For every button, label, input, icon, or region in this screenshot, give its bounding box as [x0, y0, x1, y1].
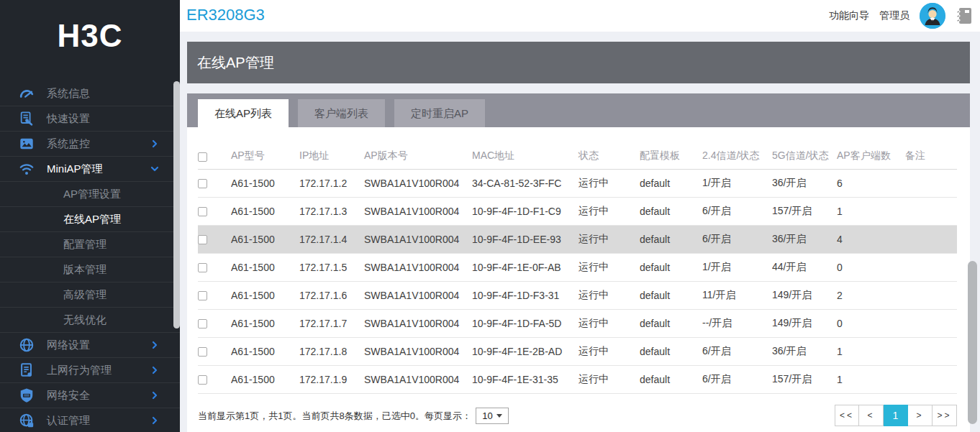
cell-model: A61-1500	[231, 281, 299, 309]
page-size-select[interactable]: 10	[476, 408, 509, 424]
h3c-logo: H3C	[0, 0, 180, 72]
sidebar-scrollbar[interactable]	[173, 81, 180, 328]
wizard-link[interactable]: 功能向导	[829, 9, 869, 22]
table-row[interactable]: A61-1500172.17.1.6SWBA1A1V100R00410-9F-4…	[198, 281, 957, 309]
sidebar-item-network-settings[interactable]: 网络设置	[0, 333, 180, 358]
table-row[interactable]: A61-1500172.17.1.3SWBA1A1V100R00410-9F-4…	[198, 197, 957, 225]
cell-ch5: 36/开启	[772, 169, 837, 197]
cell-ch5: 157/开启	[772, 197, 837, 225]
column-header: AP版本号	[364, 143, 472, 169]
row-checkbox[interactable]	[198, 263, 207, 272]
tab-client-list[interactable]: 客户端列表	[298, 99, 385, 127]
cell-note	[905, 281, 957, 309]
cell-note	[905, 197, 957, 225]
last-page-button[interactable]: >>	[933, 405, 957, 426]
column-header: 状态	[579, 143, 640, 169]
prev-page-button[interactable]: <	[859, 405, 884, 426]
cell-version: SWBA1A1V100R004	[364, 169, 472, 197]
cell-template: default	[640, 197, 702, 225]
sidebar-item-online-ap-management[interactable]: 在线AP管理	[0, 207, 180, 232]
row-checkbox-cell	[198, 197, 231, 225]
cell-version: SWBA1A1V100R004	[364, 309, 472, 337]
chevron-down-icon	[150, 164, 160, 174]
topbar-right: 功能向导 管理员	[829, 0, 973, 32]
table-row[interactable]: A61-1500172.17.1.9SWBA1A1V100R00410-9F-4…	[198, 365, 957, 393]
cell-clients: 4	[837, 225, 905, 253]
row-checkbox[interactable]	[198, 347, 207, 357]
quick-setup-icon	[19, 111, 35, 127]
table-row[interactable]: A61-1500172.17.1.4SWBA1A1V100R00410-9F-4…	[198, 225, 957, 253]
admin-link[interactable]: 管理员	[879, 9, 909, 22]
cell-version: SWBA1A1V100R004	[364, 281, 472, 309]
next-page-button[interactable]: >	[908, 405, 933, 426]
page-summary: 当前显示第1页，共1页。当前页共8条数据，已选中0。每页显示： 10	[198, 408, 509, 424]
ap-table: AP型号IP地址AP版本号MAC地址状态配置模板2.4信道/状态5G信道/状态A…	[198, 143, 957, 394]
sidebar-item-label: 版本管理	[63, 263, 106, 277]
cell-ch24: 6/开启	[702, 337, 772, 365]
sidebar-item-label: 无线优化	[63, 313, 106, 327]
cell-version: SWBA1A1V100R004	[364, 197, 472, 225]
sidebar-item-quick-setup[interactable]: 快速设置	[0, 106, 180, 132]
cell-status: 运行中	[579, 253, 640, 281]
main-scrollbar[interactable]	[968, 261, 977, 424]
cell-note	[905, 253, 957, 281]
row-checkbox[interactable]	[198, 179, 207, 188]
sidebar-item-config-management[interactable]: 配置管理	[0, 232, 180, 257]
sidebar-item-version-management[interactable]: 版本管理	[0, 257, 180, 282]
cell-version: SWBA1A1V100R004	[364, 337, 472, 365]
sidebar-item-network-security[interactable]: 网络安全	[0, 383, 180, 408]
sidebar-item-auth-management[interactable]: 认证管理	[0, 408, 180, 432]
cell-mac: 34-CA-81-52-3F-FC	[472, 169, 579, 197]
table-footer: 当前显示第1页，共1页。当前页共8条数据，已选中0。每页显示： 10 <<<1>…	[198, 403, 957, 426]
sidebar-item-miniap-management[interactable]: MiniAP管理	[0, 157, 180, 182]
cell-ch5: 36/开启	[772, 225, 837, 253]
table-row[interactable]: A61-1500172.17.1.5SWBA1A1V100R00410-9F-4…	[198, 253, 957, 281]
sidebar-item-wireless-optimization[interactable]: 无线优化	[0, 308, 180, 333]
row-checkbox[interactable]	[198, 291, 207, 300]
table-row[interactable]: A61-1500172.17.1.7SWBA1A1V100R00410-9F-4…	[198, 309, 957, 337]
logbook-icon[interactable]	[956, 6, 973, 25]
row-checkbox[interactable]	[198, 375, 207, 385]
sidebar-item-advanced-management[interactable]: 高级管理	[0, 282, 180, 308]
table-row[interactable]: A61-1500172.17.1.2SWBA1A1V100R00434-CA-8…	[198, 169, 957, 197]
sidebar-item-label: 系统信息	[47, 87, 90, 101]
row-checkbox-cell	[198, 253, 231, 281]
sidebar-item-label: 快速设置	[47, 112, 90, 126]
cell-ch24: 6/开启	[702, 225, 772, 253]
cell-model: A61-1500	[231, 365, 299, 393]
sidebar-item-system-info[interactable]: 系统信息	[0, 81, 180, 106]
sidebar-item-behavior-management[interactable]: 上网行为管理	[0, 358, 180, 383]
shield-icon	[19, 387, 35, 403]
sidebar-item-label: AP管理设置	[63, 188, 121, 201]
sidebar-item-label: 认证管理	[47, 414, 90, 428]
behavior-icon	[19, 362, 35, 378]
sidebar-item-label: 网络设置	[47, 339, 90, 352]
row-checkbox[interactable]	[198, 235, 207, 244]
cell-ch24: 1/开启	[702, 253, 772, 281]
tab-online-ap-list[interactable]: 在线AP列表	[198, 99, 289, 127]
first-page-button[interactable]: <<	[835, 405, 859, 426]
cell-mac: 10-9F-4F-1D-EE-93	[472, 225, 579, 253]
gauge-icon	[19, 86, 35, 101]
row-checkbox-cell	[198, 281, 231, 309]
row-checkbox[interactable]	[198, 207, 207, 216]
page-number-button[interactable]: 1	[884, 405, 908, 426]
table-row[interactable]: A61-1500172.17.1.8SWBA1A1V100R00410-9F-4…	[198, 337, 957, 365]
page-size-value: 10	[482, 410, 492, 421]
cell-model: A61-1500	[231, 197, 299, 225]
user-avatar-icon[interactable]	[920, 3, 945, 29]
cell-model: A61-1500	[231, 169, 299, 197]
tab-scheduled-reboot-ap[interactable]: 定时重启AP	[394, 99, 485, 127]
sidebar-item-ap-management-settings[interactable]: AP管理设置	[0, 182, 180, 207]
sidebar-item-system-monitor[interactable]: 系统监控	[0, 132, 180, 157]
cell-mac: 10-9F-4F-1D-F1-C9	[472, 197, 579, 225]
cell-note	[905, 169, 957, 197]
row-checkbox[interactable]	[198, 319, 207, 328]
select-all-checkbox[interactable]	[198, 152, 207, 162]
cell-ch5: 36/开启	[772, 337, 837, 365]
sidebar-item-label: 配置管理	[63, 238, 106, 252]
page-title: 在线AP管理	[197, 53, 274, 73]
sidebar-item-label: 网络安全	[47, 389, 90, 403]
cell-status: 运行中	[579, 225, 640, 253]
column-header: MAC地址	[472, 143, 579, 169]
